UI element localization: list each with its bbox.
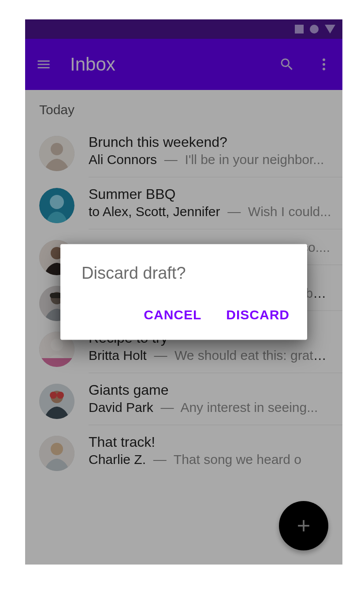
discard-button[interactable]: Discard (223, 302, 293, 328)
confirm-dialog: Discard draft? Cancel Discard (60, 244, 307, 340)
device-frame: Inbox Today Brunch this weekend? A (25, 19, 342, 565)
dialog-actions: Cancel Discard (60, 302, 307, 340)
dialog-message: Discard draft? (60, 244, 307, 302)
cancel-button[interactable]: Cancel (140, 302, 205, 328)
